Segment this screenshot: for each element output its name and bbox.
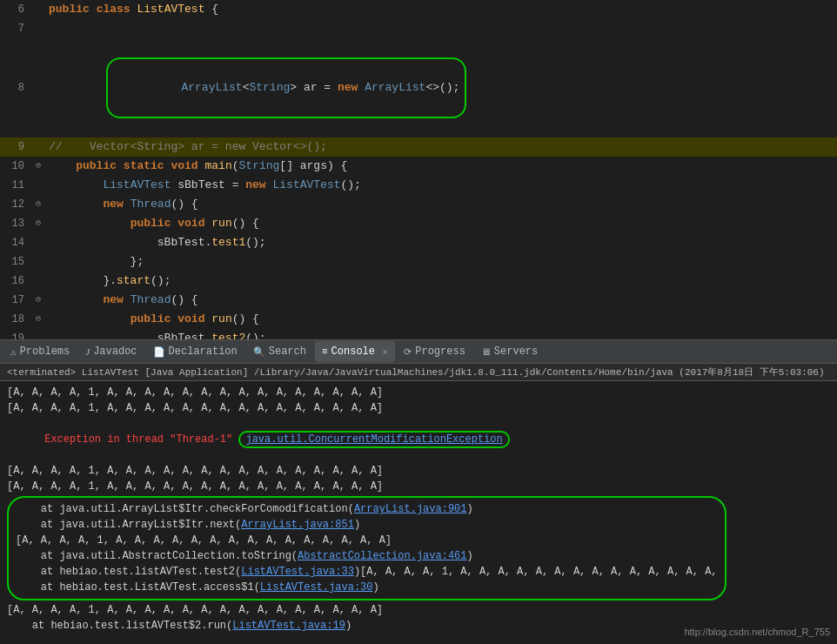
code-lines: 6 public class ListAVTest { 7 8 ArrayLis…: [0, 0, 837, 339]
tab-console-label: Console: [331, 345, 375, 358]
line-num-12: 12: [0, 195, 31, 214]
javadoc-icon: J: [85, 346, 90, 357]
tab-search[interactable]: 🔍 Search: [246, 341, 313, 362]
declaration-icon: 📄: [153, 346, 165, 358]
line-icon-13: ⊖: [31, 214, 45, 233]
progress-icon: ⟳: [404, 346, 412, 358]
listavtest-link-1[interactable]: ListAVTest.java:33: [241, 566, 354, 578]
line-icon-10: ⊖: [31, 157, 45, 176]
exception-thread-text: Exception in thread "Thread-1": [44, 433, 238, 446]
console-line-5: [A, A, A, A, 1, A, A, A, A, A, A, A, A, …: [0, 479, 837, 494]
servers-icon: 🖥: [481, 346, 491, 358]
line-num-19: 19: [0, 329, 31, 339]
line-icon-18: ⊖: [31, 310, 45, 329]
line-num-8: 8: [0, 78, 31, 97]
code-line-6: 6 public class ListAVTest {: [0, 0, 837, 19]
line-content-8: ArrayList<String> ar = new ArrayList<>()…: [45, 38, 837, 138]
code-line-12: 12 ⊖ new Thread() {: [0, 195, 837, 214]
code-line-8: 8 ArrayList<String> ar = new ArrayList<>…: [0, 38, 837, 138]
tab-javadoc[interactable]: J Javadoc: [78, 341, 144, 362]
code-line-17: 17 ⊖ new Thread() {: [0, 291, 837, 310]
line-num-13: 13: [0, 214, 31, 233]
code-line-19: 19 sBbTest.test2();: [0, 329, 837, 339]
console-icon: ≡: [322, 346, 328, 357]
console-header: <terminated> ListAVTest [Java Applicatio…: [0, 364, 837, 381]
line-content-15: };: [45, 252, 837, 272]
tab-progress-label: Progress: [415, 345, 465, 358]
code-editor: 6 public class ListAVTest { 7 8 ArrayLis…: [0, 0, 837, 339]
line-num-16: 16: [0, 272, 31, 291]
console-content: [A, A, A, A, 1, A, A, A, A, A, A, A, A, …: [0, 381, 837, 644]
line-num-18: 18: [0, 310, 31, 329]
tab-search-label: Search: [269, 345, 306, 358]
line-content-11: ListAVTest sBbTest = new ListAVTest();: [45, 176, 837, 195]
line-num-14: 14: [0, 233, 31, 252]
problems-icon: ⚠: [10, 346, 17, 358]
console-line-4: [A, A, A, A, 1, A, A, A, A, A, A, A, A, …: [0, 463, 837, 479]
line-num-15: 15: [0, 252, 31, 272]
abstract-link[interactable]: AbstractCollection.java:461: [298, 550, 466, 562]
code-line-16: 16 }.start();: [0, 272, 837, 291]
arraylist-link-2[interactable]: ArrayList.java:851: [241, 519, 354, 531]
line-content-16: }.start();: [45, 272, 837, 291]
tab-console[interactable]: ≡ Console ✕: [315, 341, 395, 362]
listavtest-link-3[interactable]: ListAVTest.java:19: [232, 620, 345, 632]
tab-javadoc-label: Javadoc: [93, 345, 137, 358]
console-stack-1: at java.util.ArrayList$Itr.checkForComod…: [16, 501, 718, 517]
line-content-10: public static void main(String[] args) {: [45, 157, 837, 176]
listavtest-link-2[interactable]: ListAVTest.java:30: [260, 581, 373, 594]
code-line-18: 18 ⊖ public void run() {: [0, 310, 837, 329]
line-num-7: 7: [0, 19, 31, 38]
console-close-icon[interactable]: ✕: [382, 345, 388, 359]
line-content-6: public class ListAVTest {: [45, 0, 837, 19]
tab-problems[interactable]: ⚠ Problems: [3, 341, 77, 362]
tab-declaration-label: Declaration: [169, 345, 238, 358]
line-num-11: 11: [0, 176, 31, 195]
console-line-2: [A, A, A, A, 1, A, A, A, A, A, A, A, A, …: [0, 400, 837, 416]
line-content-19: sBbTest.test2();: [45, 329, 837, 339]
code-line-10: 10 ⊖ public static void main(String[] ar…: [0, 157, 837, 176]
console-stack-2: at java.util.ArrayList$Itr.next(ArrayLis…: [16, 517, 718, 533]
tab-servers-label: Servers: [494, 345, 538, 358]
console-wrapper: <terminated> ListAVTest [Java Applicatio…: [0, 364, 837, 644]
console-stack-4: at hebiao.test.listAVTest.test2(ListAVTe…: [16, 564, 718, 580]
console-line-6: [A, A, A, A, 1, A, A, A, A, A, A, A, A, …: [16, 533, 718, 548]
tab-progress[interactable]: ⟳ Progress: [397, 341, 472, 362]
line-icon-17: ⊖: [31, 291, 45, 310]
code-line-15: 15 };: [0, 252, 837, 272]
line-num-10: 10: [0, 157, 31, 176]
console-line-1: [A, A, A, A, 1, A, A, A, A, A, A, A, A, …: [0, 385, 837, 400]
code-line-9: 9 // Vector<String> ar = new Vector<>();: [0, 138, 837, 157]
code-line-13: 13 ⊖ public void run() {: [0, 214, 837, 233]
code-line-7: 7: [0, 19, 837, 38]
line-num-9: 9: [0, 138, 31, 157]
exception-link[interactable]: java.util.ConcurrentModificationExceptio…: [238, 431, 509, 448]
code-line-11: 11 ListAVTest sBbTest = new ListAVTest()…: [0, 176, 837, 195]
tab-servers[interactable]: 🖥 Servers: [474, 341, 545, 362]
tab-declaration[interactable]: 📄 Declaration: [146, 341, 244, 362]
console-stack-5: at hebiao.test.ListAVTest.access$1(ListA…: [16, 580, 718, 595]
line-num-6: 6: [0, 0, 31, 19]
arraylist-link-1[interactable]: ArrayList.java:901: [354, 503, 467, 515]
console-exception-line: Exception in thread "Thread-1" java.util…: [0, 416, 837, 463]
line-content-18: public void run() {: [45, 310, 837, 329]
line-content-13: public void run() {: [45, 214, 837, 233]
line-content-12: new Thread() {: [45, 195, 837, 214]
line-icon-12: ⊖: [31, 195, 45, 214]
line-num-17: 17: [0, 291, 31, 310]
line-content-14: sBbTest.test1();: [45, 233, 837, 252]
tab-bar: ⚠ Problems J Javadoc 📄 Declaration 🔍 Sea…: [0, 339, 837, 364]
line-content-9: // Vector<String> ar = new Vector<>();: [45, 138, 837, 157]
tab-problems-label: Problems: [20, 345, 70, 358]
watermark: http://blog.csdn.net/chmod_R_755: [684, 627, 830, 637]
code-line-14: 14 sBbTest.test1();: [0, 233, 837, 252]
search-icon: 🔍: [253, 346, 265, 358]
console-stack-3: at java.util.AbstractCollection.toString…: [16, 548, 718, 564]
console-line-7: [A, A, A, A, 1, A, A, A, A, A, A, A, A, …: [0, 602, 837, 618]
line-content-17: new Thread() {: [45, 291, 837, 310]
